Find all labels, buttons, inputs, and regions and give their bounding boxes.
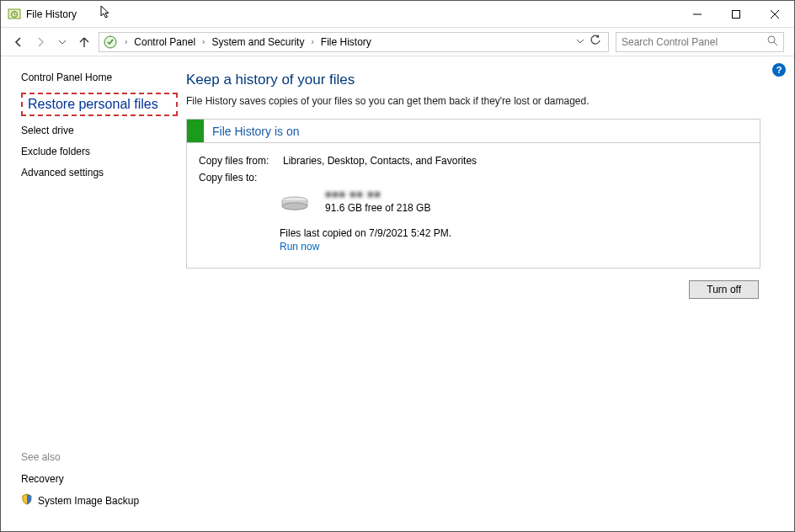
status-panel: File History is on Copy files from: Libr… bbox=[186, 119, 760, 269]
chevron-right-icon[interactable]: › bbox=[306, 37, 318, 46]
recent-dropdown[interactable] bbox=[55, 35, 70, 50]
panel-header: File History is on bbox=[187, 120, 760, 143]
control-panel-icon bbox=[103, 35, 118, 50]
back-button[interactable] bbox=[11, 35, 26, 50]
window-controls bbox=[678, 2, 794, 27]
close-button[interactable] bbox=[755, 2, 794, 27]
drive-icon bbox=[280, 195, 310, 212]
sidebar-restore-highlighted[interactable]: Restore personal files bbox=[21, 93, 178, 116]
chevron-right-icon[interactable]: › bbox=[197, 37, 210, 46]
turn-off-button[interactable]: Turn off bbox=[689, 280, 759, 299]
navbar: › Control Panel › System and Security › … bbox=[1, 28, 794, 56]
search-placeholder: Search Control Panel bbox=[622, 36, 718, 48]
status-on-indicator bbox=[187, 120, 204, 142]
copy-from-label: Copy files from: bbox=[199, 155, 283, 167]
sidebar-advanced-settings[interactable]: Advanced settings bbox=[21, 167, 178, 178]
svg-point-7 bbox=[768, 36, 775, 43]
sidebar: Control Panel Home Restore personal file… bbox=[1, 56, 178, 531]
see-also-header: See also bbox=[21, 451, 178, 463]
search-icon[interactable] bbox=[767, 35, 778, 49]
sidebar-select-drive[interactable]: Select drive bbox=[21, 125, 178, 136]
content-area: ? Keep a history of your files File Hist… bbox=[178, 56, 794, 531]
page-heading: Keep a history of your files bbox=[186, 72, 760, 88]
address-bar[interactable]: › Control Panel › System and Security › … bbox=[99, 32, 609, 52]
maximize-button[interactable] bbox=[717, 2, 755, 27]
breadcrumb-mid[interactable]: System and Security bbox=[210, 36, 306, 48]
copy-from-value: Libraries, Desktop, Contacts, and Favori… bbox=[283, 155, 477, 167]
see-also-sib-label: System Image Backup bbox=[38, 495, 139, 507]
copy-to-label: Copy files to: bbox=[199, 172, 283, 184]
sidebar-home[interactable]: Control Panel Home bbox=[21, 72, 178, 83]
breadcrumb-leaf[interactable]: File History bbox=[319, 36, 373, 48]
svg-rect-3 bbox=[733, 10, 740, 18]
forward-button[interactable] bbox=[33, 35, 48, 50]
search-input[interactable]: Search Control Panel bbox=[616, 32, 784, 52]
svg-point-10 bbox=[282, 203, 307, 210]
window-title: File History bbox=[26, 8, 77, 20]
see-also-system-image-backup[interactable]: System Image Backup bbox=[21, 493, 178, 508]
svg-line-8 bbox=[774, 42, 777, 45]
panel-title: File History is on bbox=[212, 125, 299, 138]
file-history-app-icon bbox=[8, 8, 21, 21]
minimize-button[interactable] bbox=[678, 2, 717, 27]
see-also-section: See also Recovery System Image Backup bbox=[21, 451, 178, 531]
chevron-right-icon[interactable]: › bbox=[120, 37, 132, 46]
address-dropdown-icon[interactable] bbox=[576, 36, 584, 48]
page-subtext: File History saves copies of your files … bbox=[186, 95, 760, 107]
see-also-recovery[interactable]: Recovery bbox=[21, 473, 178, 485]
titlebar: File History bbox=[1, 1, 794, 28]
up-button[interactable] bbox=[77, 35, 92, 50]
help-icon[interactable]: ? bbox=[772, 63, 786, 77]
sidebar-exclude-folders[interactable]: Exclude folders bbox=[21, 146, 178, 157]
run-now-link[interactable]: Run now bbox=[280, 241, 748, 253]
breadcrumb-root[interactable]: Control Panel bbox=[132, 36, 197, 48]
refresh-button[interactable] bbox=[590, 35, 601, 49]
see-also-recovery-label: Recovery bbox=[21, 473, 64, 485]
sidebar-restore-label: Restore personal files bbox=[28, 97, 158, 111]
cursor-icon bbox=[100, 5, 112, 24]
drive-free-space: 91.6 GB free of 218 GB bbox=[325, 202, 430, 214]
shield-icon bbox=[21, 493, 33, 508]
last-copied-text: Files last copied on 7/9/2021 5:42 PM. bbox=[280, 227, 748, 239]
panel-body: Copy files from: Libraries, Desktop, Con… bbox=[187, 143, 760, 268]
drive-name-redacted: ■■■ ■■ ■■ bbox=[325, 189, 430, 200]
